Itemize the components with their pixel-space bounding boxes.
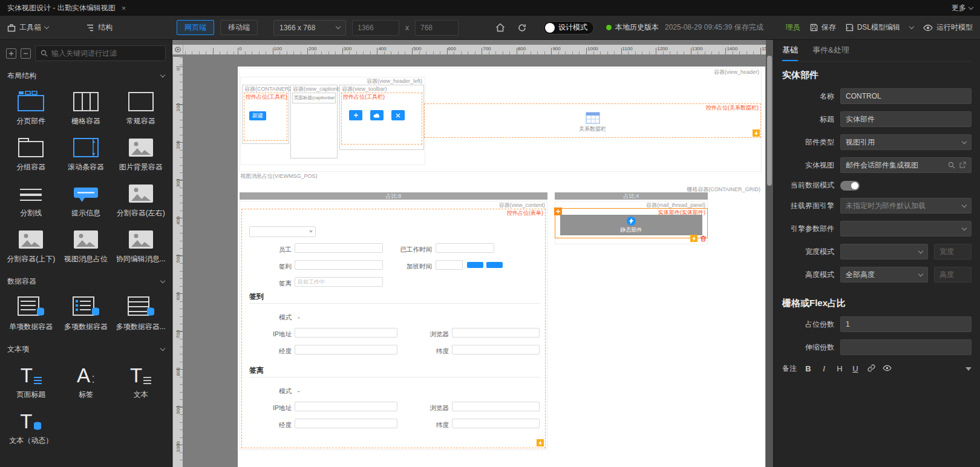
- column-4-header[interactable]: 占比:4: [555, 192, 708, 200]
- toolbox-search[interactable]: [35, 45, 166, 61]
- flex-input[interactable]: [840, 339, 972, 355]
- user-avatar[interactable]: 理员: [786, 22, 800, 33]
- ip-input-1[interactable]: [295, 328, 397, 338]
- sidebar-item-pagination[interactable]: 分页部件: [4, 85, 59, 131]
- canvas-scrollbar[interactable]: [766, 40, 773, 467]
- sidebar-item-dynamic-text[interactable]: T 文本（动态）: [4, 404, 59, 450]
- checkout-input[interactable]: 目前工作中: [295, 277, 383, 287]
- toolbox-button[interactable]: 工具箱: [7, 22, 48, 33]
- container-container2[interactable]: 容器(CONTAINER2) 控件占位(工具栏) 新建: [242, 85, 289, 144]
- form-group-select[interactable]: [249, 226, 316, 237]
- sidebar-item-split-tb[interactable]: 分割容器(上下): [4, 223, 59, 269]
- captionbar-widget[interactable]: 页面标题(captionbar): [292, 93, 336, 103]
- container-view-toolbar[interactable]: 容器(view_toolbar) 控件占位(工具栏): [339, 85, 424, 150]
- sidebar-item-split-lr[interactable]: 分割容器(左右): [113, 177, 168, 223]
- toolbar-plus-button[interactable]: [349, 110, 362, 120]
- sidebar-item-regular-container[interactable]: 常规容器: [113, 85, 168, 131]
- dsl-edit-button[interactable]: DSL模型编辑: [846, 22, 900, 33]
- sidebar-item-grid-container[interactable]: 栅格容器: [59, 85, 114, 131]
- placeholder-relation-bar[interactable]: 控件占位(关系数据栏) 关系数据栏: [424, 103, 761, 138]
- placeholder-form[interactable]: 控件占位(表单) 员工 已工作时间 签到 加班时间 签离 目前工作: [241, 209, 546, 448]
- engine-param-select[interactable]: [840, 221, 972, 237]
- sidebar-item-group-container[interactable]: 分组容器: [4, 131, 59, 177]
- placeholder-toolbar-main[interactable]: 控件占位(工具栏): [341, 93, 422, 145]
- longitude-input-2[interactable]: [295, 419, 397, 428]
- overtime-action-button-2[interactable]: [486, 262, 503, 268]
- sidebar-item-label[interactable]: A: 标签: [59, 358, 114, 404]
- external-link-icon[interactable]: [959, 162, 966, 169]
- sidebar-item-single-data-container[interactable]: 单项数据容器: [4, 290, 59, 336]
- longitude-input-1[interactable]: [295, 345, 397, 354]
- search-input[interactable]: [51, 49, 160, 57]
- logic-bolt-badge[interactable]: [537, 439, 544, 446]
- sidebar-item-page-title[interactable]: T 页面标题: [4, 358, 59, 404]
- latitude-input-1[interactable]: [452, 345, 540, 354]
- bold-button[interactable]: B: [804, 364, 812, 373]
- more-button[interactable]: 更多: [952, 3, 973, 13]
- latitude-input-2[interactable]: [452, 419, 540, 428]
- worked-time-input[interactable]: [436, 243, 494, 253]
- device-mobile-button[interactable]: 移动端: [220, 20, 258, 35]
- device-web-button[interactable]: 网页端: [177, 20, 214, 35]
- sidebar-item-divider[interactable]: 分割线: [4, 177, 59, 223]
- structure-button[interactable]: 结构: [86, 22, 113, 33]
- ip-input-2[interactable]: [295, 402, 397, 411]
- section-text-items[interactable]: 文本项: [0, 339, 172, 357]
- canvas-area[interactable]: 0100200300400500600700800900100011001200…: [172, 40, 773, 467]
- search-icon[interactable]: [948, 162, 955, 169]
- ruler-origin-button[interactable]: [172, 45, 183, 54]
- overtime-input[interactable]: [436, 260, 463, 270]
- runtime-model-button[interactable]: 运行时模型: [923, 22, 973, 33]
- home-button[interactable]: [492, 21, 508, 35]
- tab-basic[interactable]: 基础: [782, 40, 798, 61]
- canvas-width-input[interactable]: [352, 20, 399, 36]
- static-widget-preview[interactable]: 静态部件: [560, 215, 702, 235]
- collapse-note-icon[interactable]: [965, 367, 972, 371]
- new-button[interactable]: 新建: [249, 111, 266, 120]
- entity-widget-selected[interactable]: 实体部件(实体部件) 静态部件: [555, 208, 708, 238]
- toolbar-cloud-button[interactable]: [370, 110, 384, 120]
- engine-select[interactable]: 未指定时为部件默认加载: [840, 198, 972, 214]
- sidebar-item-multi-data-container-2[interactable]: 多项数据容器...: [113, 290, 168, 336]
- column-8-header[interactable]: 占比:8: [240, 192, 547, 200]
- section-data-containers[interactable]: 数据容器: [0, 271, 172, 289]
- sidebar-item-viewmsg[interactable]: 视图消息占位: [59, 223, 114, 269]
- logic-bolt-badge[interactable]: [690, 235, 697, 242]
- section-layout-structure[interactable]: 布局结构: [0, 65, 172, 83]
- canvas-height-input[interactable]: [415, 20, 459, 36]
- underline-button[interactable]: U: [851, 364, 860, 373]
- height-input[interactable]: [934, 267, 972, 282]
- design-canvas[interactable]: 容器(view_header) 容器(view_header_left) 容器(…: [238, 67, 765, 467]
- ratio-input[interactable]: [840, 316, 972, 332]
- collapse-all-button[interactable]: [21, 48, 31, 59]
- container-view-header[interactable]: 容器(view_header) 容器(view_header_left) 容器(…: [239, 68, 762, 172]
- chevron-down-icon[interactable]: [909, 24, 914, 29]
- sidebar-item-scroll-container[interactable]: 滚动条容器: [59, 131, 114, 177]
- title-input[interactable]: [840, 111, 972, 127]
- relation-data-widget[interactable]: 关系数据栏: [425, 112, 760, 133]
- widget-type-select[interactable]: 视图引用: [840, 134, 972, 150]
- toolbar-close-button[interactable]: [391, 110, 405, 120]
- viewmsg-placeholder-label[interactable]: 视图消息占位(VIEWMSG_POS): [240, 173, 318, 179]
- width-mode-select[interactable]: [840, 244, 928, 260]
- height-mode-select[interactable]: 全部高度: [840, 267, 928, 282]
- container-view-captionbar[interactable]: 容器(view_captionbar) 页面标题(captionbar): [290, 85, 338, 158]
- placeholder-toolbar-left[interactable]: 控件占位(工具栏) 新建: [244, 93, 287, 141]
- logic-bolt-badge[interactable]: [753, 129, 760, 137]
- resolution-select[interactable]: 1366 x 768: [273, 20, 346, 36]
- save-button[interactable]: 保存: [810, 22, 836, 33]
- sidebar-item-tooltip[interactable]: 提示信息: [59, 177, 114, 223]
- scrollbar-thumb[interactable]: [767, 56, 772, 186]
- container-view-content[interactable]: 容器(view_content) 控件占位(表单) 员工 已工作时间 签到 加班…: [240, 201, 547, 450]
- overtime-action-button-1[interactable]: [467, 262, 483, 268]
- expand-all-button[interactable]: [6, 48, 16, 59]
- sidebar-item-collab-message[interactable]: 协同编辑消息...: [113, 223, 168, 269]
- container-view-header-left[interactable]: 容器(view_header_left) 容器(CONTAINER2) 控件占位…: [240, 77, 425, 165]
- browser-input-1[interactable]: [452, 328, 540, 338]
- italic-button[interactable]: I: [820, 364, 828, 373]
- close-tab-icon[interactable]: ×: [122, 4, 126, 13]
- tab-events[interactable]: 事件&处理: [812, 40, 849, 61]
- browser-input-2[interactable]: [452, 402, 540, 411]
- sidebar-item-text[interactable]: T 文本: [113, 358, 168, 404]
- preview-button[interactable]: [883, 364, 891, 373]
